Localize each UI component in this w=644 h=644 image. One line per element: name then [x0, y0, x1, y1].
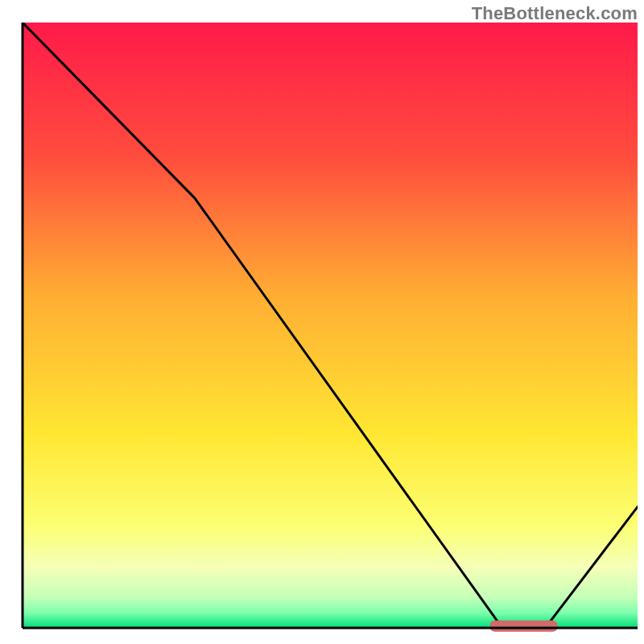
plot-background	[23, 23, 638, 628]
bottleneck-chart	[0, 0, 644, 644]
target-marker	[490, 621, 558, 632]
